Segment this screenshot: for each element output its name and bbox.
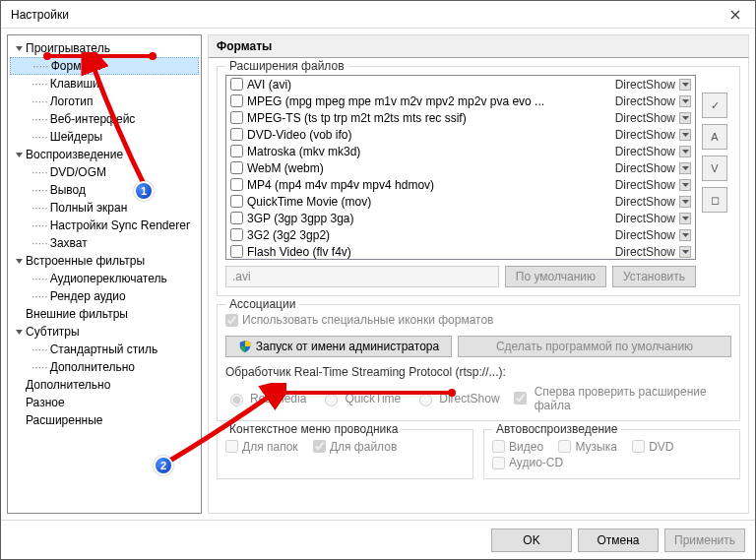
format-engine: DirectShow [615, 78, 675, 92]
format-checkbox[interactable] [230, 78, 243, 91]
tree-item[interactable]: ·····Захват [10, 234, 199, 252]
format-engine: DirectShow [615, 245, 675, 259]
format-row[interactable]: WebM (webm)DirectShow [226, 159, 695, 176]
format-name: MP4 (mp4 m4v mp4v mpv4 hdmov) [247, 178, 615, 192]
window-title: Настройки [11, 8, 716, 22]
format-row[interactable]: AVI (avi)DirectShow [226, 76, 695, 93]
tree-item[interactable]: ·····Стандартный стиль [10, 341, 199, 358]
tree-item[interactable]: ·····Рендер аудио [10, 287, 199, 305]
autoplay-group: Автовоспроизведение Видео Музыка DVD Ауд… [483, 429, 740, 479]
apply-button[interactable]: Применить [664, 529, 745, 552]
format-checkbox[interactable] [230, 228, 243, 241]
tree-group[interactable]: Внешние фильтры [10, 305, 199, 323]
set-button[interactable]: Установить [612, 266, 696, 287]
tree-group[interactable]: Субтитры [10, 323, 199, 341]
none-icon[interactable]: ◻ [702, 187, 727, 213]
dialog-footer: OK Отмена Применить [1, 520, 755, 559]
autoplay-video: Видео [492, 440, 543, 454]
engine-dropdown[interactable] [679, 179, 691, 191]
tree-item[interactable]: ·····Аудиопереключатель [10, 270, 199, 287]
engine-dropdown[interactable] [679, 246, 691, 258]
tree-item[interactable]: ·····Шейдеры [10, 128, 199, 146]
make-default-button[interactable]: Сделать программой по умолчанию [458, 336, 731, 357]
format-checkbox[interactable] [230, 245, 243, 258]
engine-dropdown[interactable] [679, 229, 691, 241]
format-name: 3GP (3gp 3gpp 3ga) [247, 212, 615, 225]
format-name: AVI (avi) [247, 78, 615, 92]
tree-item[interactable]: ·····Клавиши [10, 75, 199, 93]
format-engine: DirectShow [615, 145, 675, 158]
assoc-group: Ассоциации Использовать специальные икон… [217, 304, 740, 421]
formats-list[interactable]: AVI (avi)DirectShowMPEG (mpg mpeg mpe m1… [225, 75, 696, 260]
tree-group[interactable]: Проигрыватель [10, 39, 199, 57]
ok-button[interactable]: OK [491, 529, 572, 552]
context-files: Для файлов [313, 440, 397, 454]
close-button[interactable] [716, 1, 755, 28]
tree-group[interactable]: Разное [10, 394, 199, 411]
format-row[interactable]: MPEG-TS (ts tp trp m2t m2ts mts rec ssif… [226, 109, 695, 126]
tree-item[interactable]: ·····Форматы [10, 57, 199, 75]
format-row[interactable]: DVD-Video (vob ifo)DirectShow [226, 126, 695, 143]
format-checkbox[interactable] [230, 195, 243, 208]
tree-item[interactable]: ·····Логотип [10, 93, 199, 110]
cancel-button[interactable]: Отмена [578, 529, 659, 552]
panel-title: Форматы [208, 34, 749, 58]
engine-dropdown[interactable] [679, 79, 691, 91]
chevron-down-icon[interactable] [12, 328, 26, 337]
default-button[interactable]: По умолчанию [505, 266, 606, 287]
format-row[interactable]: 3GP (3gp 3gpp 3ga)DirectShow [226, 210, 695, 226]
tree-item[interactable]: ·····Вывод [10, 181, 199, 199]
engine-dropdown[interactable] [679, 129, 691, 141]
extension-input[interactable] [225, 266, 499, 287]
format-row[interactable]: Matroska (mkv mk3d)DirectShow [226, 143, 695, 159]
format-checkbox[interactable] [230, 178, 243, 191]
tree-item[interactable]: ·····Дополнительно [10, 358, 199, 376]
extensions-group: Расширения файлов AVI (avi)DirectShowMPE… [217, 66, 740, 296]
engine-dropdown[interactable] [679, 162, 691, 174]
all-audio-icon[interactable]: A [702, 124, 727, 150]
tree-group[interactable]: Дополнительно [10, 376, 199, 394]
tree-item[interactable]: ·····DVD/OGM [10, 163, 199, 181]
tree-item[interactable]: ·····Полный экран [10, 199, 199, 217]
extensions-legend: Расширения файлов [225, 59, 348, 73]
tree-group[interactable]: Встроенные фильтры [10, 252, 199, 270]
all-video-icon[interactable]: V [702, 156, 727, 181]
chevron-down-icon[interactable] [12, 151, 26, 159]
format-row[interactable]: MP4 (mp4 m4v mp4v mpv4 hdmov)DirectShow [226, 176, 695, 193]
format-row[interactable]: Flash Video (flv f4v)DirectShow [226, 243, 695, 260]
format-checkbox[interactable] [230, 111, 243, 124]
engine-dropdown[interactable] [679, 112, 691, 124]
shield-icon [238, 340, 252, 353]
format-checkbox[interactable] [230, 161, 243, 174]
engine-dropdown[interactable] [679, 213, 691, 224]
tree-item[interactable]: ·····Веб-интерфейс [10, 110, 199, 128]
format-row[interactable]: QuickTime Movie (mov)DirectShow [226, 193, 695, 210]
tree-group[interactable]: Воспроизведение [10, 146, 199, 163]
format-engine: DirectShow [615, 111, 675, 125]
autoplay-music: Музыка [558, 440, 616, 454]
engine-dropdown[interactable] [679, 196, 691, 208]
sidebar-tree[interactable]: Проигрыватель·····Форматы·····Клавиши···… [7, 34, 202, 514]
engine-dropdown[interactable] [679, 146, 691, 157]
format-engine: DirectShow [615, 228, 675, 242]
chevron-down-icon[interactable] [12, 44, 26, 53]
engine-dropdown[interactable] [679, 95, 691, 107]
format-row[interactable]: MPEG (mpg mpeg mpe m1v m2v mpv2 mp2v pva… [226, 93, 695, 109]
format-engine: DirectShow [615, 94, 675, 108]
chevron-down-icon[interactable] [12, 257, 26, 266]
context-legend: Контекстное меню проводника [225, 422, 402, 436]
format-checkbox[interactable] [230, 128, 243, 141]
format-checkbox[interactable] [230, 212, 243, 224]
run-as-admin-button[interactable]: Запуск от имени администратора [225, 336, 452, 357]
format-row[interactable]: 3G2 (3g2 3gp2)DirectShow [226, 226, 695, 243]
settings-window: Настройки Проигрыватель·····Форматы·····… [0, 0, 756, 560]
format-checkbox[interactable] [230, 94, 243, 107]
use-icons-check: Использовать специальные иконки форматов [225, 313, 493, 327]
format-checkbox[interactable] [230, 145, 243, 157]
autoplay-dvd: DVD [632, 440, 673, 454]
format-engine: DirectShow [615, 178, 675, 192]
tree-item[interactable]: ·····Настройки Sync Renderer [10, 217, 199, 234]
assoc-legend: Ассоциации [225, 297, 299, 311]
tree-group[interactable]: Расширенные [10, 411, 199, 429]
check-all-icon[interactable]: ✓ [702, 93, 727, 118]
